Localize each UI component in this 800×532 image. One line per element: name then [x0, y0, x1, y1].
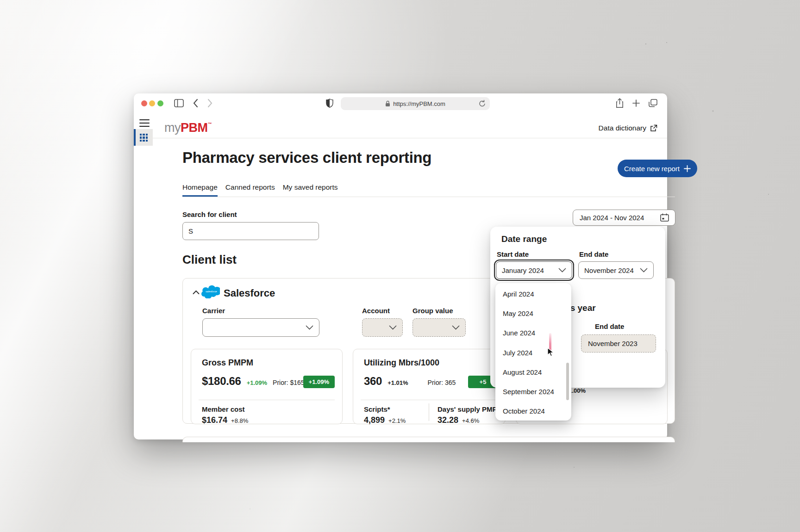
submetric-change: +2.1%: [388, 417, 406, 424]
metric-change: +1.09%: [247, 379, 267, 386]
account-select-disabled: [362, 318, 403, 337]
month-option[interactable]: June 2024: [495, 323, 571, 343]
end-date-select[interactable]: November 2024: [578, 261, 654, 279]
card-divider: [361, 400, 498, 400]
month-option[interactable]: August 2024: [495, 363, 571, 382]
account-label: Account: [362, 307, 390, 315]
submetric-value: 32.28: [438, 415, 458, 425]
date-range-value: Jan 2024 - Nov 2024: [580, 214, 660, 222]
submetric-label: Days' supply PMPM: [438, 405, 503, 413]
card-divider: [199, 400, 335, 400]
next-client-card-edge: [182, 437, 675, 442]
metric-value: $180.66: [202, 375, 241, 388]
carrier-select[interactable]: [202, 318, 319, 337]
sidebar-toggle-icon[interactable]: [174, 99, 184, 107]
metric-card-utilizing-mbrs: Utilizing Mbrs/1000 360 +1.01% Prior: 36…: [353, 349, 506, 424]
salesforce-logo-icon: salesforce: [201, 285, 220, 298]
previous-end-date-label: End date: [595, 322, 624, 330]
mouse-cursor: [547, 347, 554, 357]
end-date-value: November 2024: [584, 266, 640, 274]
collapse-chevron-up-icon[interactable]: [193, 290, 200, 295]
start-date-select[interactable]: January 2024: [496, 261, 572, 279]
tab-canned-reports[interactable]: Canned reports: [225, 183, 275, 197]
previous-end-date-value: November 2023: [588, 340, 638, 347]
reload-icon[interactable]: [479, 100, 486, 107]
metric-card-gross-pmpm: Gross PMPM $180.66 +1.09% Prior: $165.3 …: [191, 349, 343, 424]
month-option[interactable]: October 2024: [495, 402, 571, 421]
active-indicator: [134, 129, 136, 146]
month-option[interactable]: May 2024: [495, 304, 571, 323]
header-divider: [153, 138, 667, 138]
change-badge: +1.09%: [303, 376, 335, 388]
column-divider: [429, 403, 429, 421]
group-value-label: Group value: [412, 307, 453, 315]
back-icon[interactable]: [193, 99, 198, 107]
metric-value: 360: [364, 375, 382, 388]
mini-sidebar: [134, 114, 153, 439]
search-client-input[interactable]: [182, 222, 319, 240]
create-new-report-label: Create new report: [624, 165, 680, 173]
metric-change: +1.01%: [388, 379, 408, 386]
share-icon[interactable]: [616, 98, 624, 108]
tab-homepage[interactable]: Homepage: [182, 183, 218, 197]
minimize-window-button[interactable]: [149, 100, 155, 106]
close-window-button[interactable]: [141, 100, 147, 106]
page-title: Pharmacy services client reporting: [182, 149, 431, 167]
app-header: myPBM™ Data dictionary: [134, 114, 667, 138]
url-text: https://myPBM.com: [393, 100, 445, 107]
mypbm-logo: myPBM™: [164, 121, 212, 135]
forward-icon[interactable]: [207, 99, 212, 107]
start-date-label: Start date: [497, 250, 529, 258]
browser-toolbar: https://myPBM.com: [134, 93, 667, 114]
tab-overview-icon[interactable]: [649, 99, 657, 107]
submetric-value: $16.74: [202, 415, 227, 425]
submetric-value: 4,899: [364, 415, 385, 425]
client-list-heading: Client list: [182, 253, 237, 267]
data-dictionary-link[interactable]: Data dictionary: [599, 124, 657, 132]
metric-title: Gross PMPM: [202, 358, 253, 368]
month-option[interactable]: April 2024: [495, 285, 571, 304]
carrier-label: Carrier: [202, 307, 225, 315]
chevron-down-icon: [640, 268, 648, 272]
lock-icon: [385, 100, 390, 107]
chevron-down-icon: [558, 268, 566, 272]
calendar-icon: [660, 213, 669, 223]
privacy-shield-icon[interactable]: [326, 99, 333, 108]
month-option[interactable]: September 2024: [495, 382, 571, 402]
previous-end-date-select-disabled: November 2023: [581, 334, 656, 353]
sidebar-item-apps[interactable]: [134, 129, 153, 146]
end-date-label: End date: [579, 250, 608, 258]
new-tab-icon[interactable]: [632, 99, 640, 107]
month-option[interactable]: July 2024: [495, 343, 571, 363]
plus-icon: [684, 165, 691, 172]
svg-text:salesforce: salesforce: [206, 290, 217, 293]
list-scrollbar-thumb[interactable]: [566, 363, 569, 400]
data-dictionary-label: Data dictionary: [599, 124, 646, 132]
tab-my-saved-reports[interactable]: My saved reports: [283, 183, 338, 197]
submetric-label: Member cost: [202, 405, 245, 413]
zoom-window-button[interactable]: [157, 100, 163, 106]
client-name: Salesforce: [224, 287, 275, 299]
chevron-down-icon: [452, 325, 460, 330]
browser-window: https://myPBM.com: [134, 93, 667, 439]
submetric-change: +8.8%: [231, 417, 248, 424]
chevron-down-icon: [306, 325, 313, 330]
address-bar[interactable]: https://myPBM.com: [341, 97, 490, 110]
start-date-value: January 2024: [502, 266, 558, 274]
metric-title: Utilizing Mbrs/1000: [364, 358, 439, 368]
group-value-select-disabled: [412, 318, 466, 337]
report-tabs: Homepage Canned reports My saved reports: [182, 183, 338, 197]
chevron-down-icon: [389, 325, 397, 330]
start-date-options-list: April 2024 May 2024 June 2024 July 2024 …: [495, 283, 571, 421]
create-new-report-button[interactable]: Create new report: [618, 160, 697, 177]
submetric-change: +4.6%: [462, 417, 479, 424]
date-range-field[interactable]: Jan 2024 - Nov 2024: [573, 210, 675, 226]
metric-prior: Prior: 365: [428, 379, 456, 386]
popup-title: Date range: [501, 234, 547, 244]
submetric-label: Scripts*: [364, 405, 390, 413]
tabs-divider: [182, 197, 675, 197]
search-for-client-label: Search for client: [182, 210, 237, 218]
external-link-icon: [650, 124, 657, 132]
apps-grid-icon: [140, 134, 148, 142]
